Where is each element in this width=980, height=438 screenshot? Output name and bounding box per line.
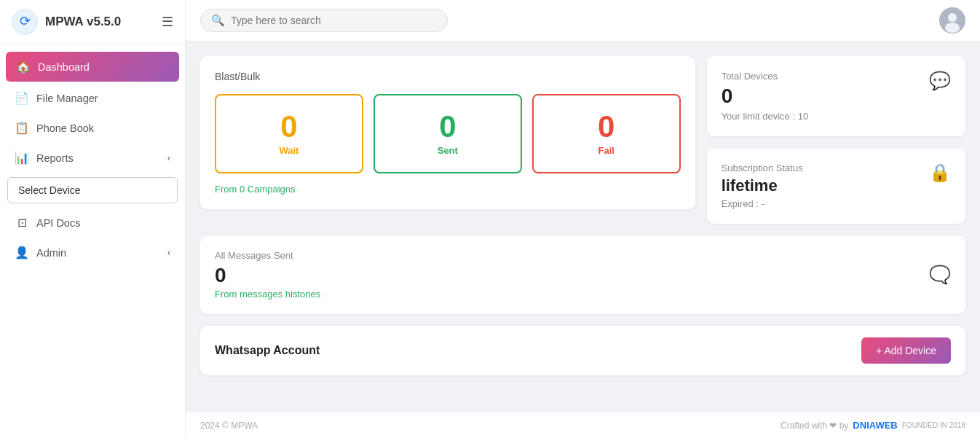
fail-stat-box: 0 Fail: [532, 94, 681, 173]
right-col: Total Devices 0 Your limit device : 10 💬…: [707, 56, 965, 224]
home-icon: 🏠: [16, 60, 31, 74]
sidebar-item-file-manager-label: File Manager: [36, 93, 98, 104]
sidebar-item-admin[interactable]: 👤 Admin ‹: [0, 238, 185, 267]
file-icon: 📄: [15, 91, 29, 105]
device-info: Total Devices 0 Your limit device : 10: [722, 71, 808, 122]
fail-value: 0: [598, 112, 615, 142]
page-footer: 2024 © MPWA Crafted with ❤ by DNIAWEB FO…: [186, 412, 980, 438]
svg-text:⟳: ⟳: [20, 14, 31, 28]
app-logo: ⟳: [12, 9, 38, 35]
sidebar-item-file-manager[interactable]: 📄 File Manager: [0, 83, 185, 113]
phonebook-icon: 📋: [15, 121, 29, 135]
sidebar-item-api-docs-label: API Docs: [36, 217, 80, 229]
chevron-down-icon: ‹: [167, 153, 170, 163]
dashboard-content: Blast/Bulk 0 Wait 0 Sent 0 Fail From: [186, 42, 980, 412]
wait-stat-box: 0 Wait: [215, 94, 363, 173]
total-devices-card: Total Devices 0 Your limit device : 10 💬: [707, 56, 965, 136]
lock-icon: 🔒: [929, 163, 951, 183]
avatar[interactable]: [939, 7, 965, 34]
sidebar-item-phone-book[interactable]: 📋 Phone Book: [0, 113, 185, 143]
chevron-down-icon-admin: ‹: [167, 248, 170, 258]
sidebar-item-dashboard[interactable]: 🏠 Dashboard: [6, 52, 179, 82]
from-campaigns-text: From 0 Campaigns: [215, 184, 681, 195]
reports-icon: 📊: [15, 151, 29, 165]
crafted-by-text: Crafted with ❤ by: [781, 421, 848, 431]
main-content: 🔍 Blast/Bulk 0 Wait: [186, 0, 980, 438]
sidebar-item-dashboard-label: Dashboard: [38, 61, 90, 73]
sidebar: ⟳ MPWA v5.5.0 ☰ 🏠 Dashboard 📄 File Manag…: [0, 0, 186, 438]
stat-boxes: 0 Wait 0 Sent 0 Fail: [215, 94, 681, 173]
search-box: 🔍: [200, 9, 448, 32]
sidebar-item-phone-book-label: Phone Book: [36, 122, 94, 134]
sidebar-item-reports-label: Reports: [36, 152, 74, 164]
fail-label: Fail: [598, 145, 614, 156]
search-icon: 🔍: [211, 14, 225, 27]
svg-point-3: [948, 13, 957, 22]
sidebar-item-reports[interactable]: 📊 Reports ‹: [0, 143, 185, 173]
admin-icon: 👤: [15, 246, 29, 259]
sidebar-item-api-docs[interactable]: ⊡ API Docs: [0, 208, 185, 238]
device-limit-text: Your limit device : 10: [722, 111, 808, 122]
add-device-button[interactable]: + Add Device: [861, 337, 951, 364]
whatsapp-icon: 💬: [929, 71, 951, 91]
sidebar-item-admin-label: Admin: [36, 247, 66, 259]
all-messages-card: All Messages Sent 0 From messages histor…: [200, 235, 965, 314]
select-device-dropdown[interactable]: Select Device: [7, 177, 178, 203]
message-icon: 🗨️: [929, 265, 951, 285]
sidebar-nav: 🏠 Dashboard 📄 File Manager 📋 Phone Book …: [0, 44, 185, 438]
app-title: MPWA v5.5.0: [45, 15, 121, 29]
topbar: 🔍: [186, 0, 980, 42]
blast-bulk-title: Blast/Bulk: [215, 71, 681, 82]
brand-founded-text: FOUNDED IN 2018: [902, 421, 965, 429]
brand-logo-text: DNIAWEB: [853, 420, 897, 431]
sent-stat-box: 0 Sent: [374, 94, 522, 173]
svg-point-4: [945, 23, 960, 33]
subscription-info: Subscription Status lifetime Expired : -: [722, 163, 803, 209]
topbar-right: [939, 7, 965, 34]
blast-bulk-card: Blast/Bulk 0 Wait 0 Sent 0 Fail From: [200, 56, 695, 209]
footer-brand: Crafted with ❤ by DNIAWEB FOUNDED IN 201…: [781, 420, 965, 431]
total-devices-label: Total Devices: [722, 71, 808, 82]
footer-copyright: 2024 © MPWA: [200, 421, 258, 431]
cards-row-top: Blast/Bulk 0 Wait 0 Sent 0 Fail From: [200, 56, 965, 224]
sidebar-header: ⟳ MPWA v5.5.0 ☰: [0, 0, 185, 44]
sent-label: Sent: [438, 145, 458, 156]
whatsapp-account-card: Whatsapp Account + Add Device: [200, 326, 965, 375]
search-input[interactable]: [231, 15, 435, 26]
user-avatar-img: [939, 7, 965, 34]
menu-icon[interactable]: ☰: [162, 14, 173, 30]
all-messages-label: All Messages Sent: [215, 250, 320, 261]
messages-info: All Messages Sent 0 From messages histor…: [215, 250, 320, 300]
select-device-wrapper: Select Device: [7, 177, 178, 203]
subscription-value: lifetime: [722, 176, 803, 195]
messages-value: 0: [215, 264, 320, 287]
subscription-card: Subscription Status lifetime Expired : -…: [707, 148, 965, 224]
total-devices-value: 0: [722, 85, 808, 108]
whatsapp-account-title: Whatsapp Account: [215, 344, 320, 357]
wait-value: 0: [280, 112, 297, 142]
subscription-label: Subscription Status: [722, 163, 803, 173]
wait-label: Wait: [279, 145, 299, 156]
messages-from-text: From messages histories: [215, 289, 320, 300]
sent-value: 0: [439, 112, 456, 142]
subscription-expired: Expired : -: [722, 198, 803, 209]
api-icon: ⊡: [15, 216, 29, 230]
